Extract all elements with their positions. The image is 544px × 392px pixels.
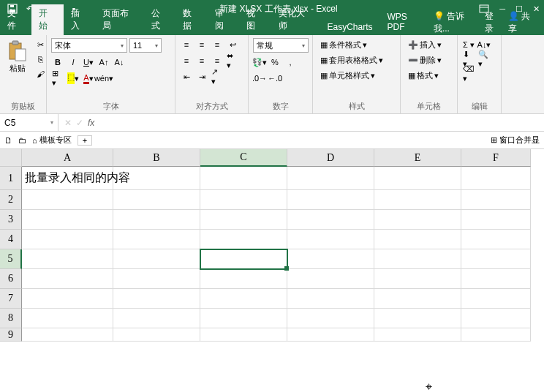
cell[interactable] bbox=[200, 328, 287, 342]
cell[interactable] bbox=[287, 230, 374, 249]
window-merge-button[interactable]: ⊞ 窗口合并显 bbox=[491, 135, 540, 146]
cell[interactable] bbox=[461, 210, 531, 230]
font-color-button[interactable]: A▾ bbox=[82, 72, 95, 85]
tab-file[interactable]: 文件 bbox=[0, 4, 31, 35]
row-header[interactable]: 8 bbox=[0, 309, 22, 328]
align-center-button[interactable]: ≡ bbox=[195, 54, 208, 67]
conditional-format-button[interactable]: ▦条件格式 ▾ bbox=[317, 38, 370, 52]
cell-style-button[interactable]: ▦单元格样式 ▾ bbox=[317, 69, 378, 83]
cell[interactable] bbox=[113, 190, 200, 210]
decrease-font-button[interactable]: A↓ bbox=[113, 56, 126, 69]
phonetic-button[interactable]: wén▾ bbox=[97, 72, 110, 85]
cell[interactable] bbox=[461, 167, 531, 190]
cell[interactable] bbox=[22, 210, 113, 230]
border-button[interactable]: ⊞ ▾ bbox=[51, 72, 64, 85]
tell-me[interactable]: 💡 告诉我... bbox=[434, 10, 480, 35]
name-box[interactable]: C5▾ bbox=[0, 114, 58, 131]
cell[interactable] bbox=[374, 309, 461, 328]
decrease-indent-button[interactable]: ⇤ bbox=[180, 70, 193, 83]
increase-decimal-button[interactable]: .0→ bbox=[253, 72, 266, 85]
merge-center-button[interactable]: ⬌ ▾ bbox=[226, 54, 239, 67]
row-header[interactable]: 5 bbox=[0, 249, 22, 269]
row-header[interactable]: 7 bbox=[0, 289, 22, 309]
cancel-formula-icon[interactable]: ✕ bbox=[64, 118, 72, 128]
cell[interactable] bbox=[287, 309, 374, 328]
cell[interactable] bbox=[22, 309, 113, 328]
login-link[interactable]: 登录 bbox=[485, 10, 502, 35]
formula-bar-input[interactable] bbox=[99, 118, 538, 128]
font-name-combo[interactable]: 宋体▾ bbox=[51, 38, 127, 53]
cell[interactable] bbox=[374, 190, 461, 210]
cell[interactable] bbox=[200, 167, 287, 190]
cell[interactable] bbox=[22, 328, 113, 342]
cell[interactable] bbox=[200, 309, 287, 328]
share-button[interactable]: 👤 共享 bbox=[508, 10, 538, 35]
increase-font-button[interactable]: A↑ bbox=[97, 56, 110, 69]
cell[interactable] bbox=[287, 210, 374, 230]
cell[interactable] bbox=[113, 328, 200, 342]
cell[interactable] bbox=[113, 269, 200, 289]
row-header[interactable]: 9 bbox=[0, 328, 22, 342]
cell[interactable] bbox=[287, 328, 374, 342]
align-left-button[interactable]: ≡ bbox=[180, 54, 193, 67]
tab-beauty[interactable]: 美化大师 bbox=[271, 4, 320, 35]
cell[interactable] bbox=[200, 190, 287, 210]
cell[interactable] bbox=[287, 249, 374, 269]
cell[interactable] bbox=[113, 249, 200, 269]
cell[interactable] bbox=[287, 167, 374, 190]
cell[interactable] bbox=[22, 269, 113, 289]
fx-icon[interactable]: fx bbox=[88, 118, 94, 128]
cell[interactable] bbox=[461, 328, 531, 342]
orientation-button[interactable]: ↗ ▾ bbox=[211, 70, 224, 83]
fill-color-button[interactable]: ⬚▾ bbox=[67, 72, 80, 85]
enter-formula-icon[interactable]: ✓ bbox=[76, 118, 83, 128]
delete-cells-button[interactable]: ➖删除 ▾ bbox=[405, 53, 445, 67]
tab-home[interactable]: 开始 bbox=[31, 4, 63, 35]
cell[interactable] bbox=[22, 230, 113, 249]
column-header[interactable]: B bbox=[113, 149, 200, 167]
row-header[interactable]: 6 bbox=[0, 269, 22, 289]
cell[interactable] bbox=[374, 328, 461, 342]
cell[interactable] bbox=[374, 210, 461, 230]
new-sheet-icon[interactable]: 🗋 bbox=[4, 136, 12, 145]
italic-button[interactable]: I bbox=[67, 56, 80, 69]
cell[interactable] bbox=[287, 269, 374, 289]
cell[interactable] bbox=[200, 249, 287, 269]
cell[interactable] bbox=[374, 230, 461, 249]
cell[interactable] bbox=[113, 230, 200, 249]
tab-review[interactable]: 审阅 bbox=[208, 4, 239, 35]
cell[interactable] bbox=[113, 309, 200, 328]
find-button[interactable]: 🔍▾ bbox=[477, 53, 491, 66]
cell[interactable] bbox=[461, 309, 531, 328]
cell[interactable] bbox=[287, 289, 374, 309]
align-middle-button[interactable]: ≡ bbox=[195, 38, 208, 51]
cell[interactable] bbox=[200, 269, 287, 289]
column-header[interactable]: E bbox=[374, 149, 461, 167]
wrap-text-button[interactable]: ↩ bbox=[226, 38, 239, 51]
format-cells-button[interactable]: ▦格式 ▾ bbox=[405, 69, 442, 83]
tab-formula[interactable]: 公式 bbox=[144, 4, 175, 35]
cell[interactable] bbox=[200, 289, 287, 309]
open-folder-icon[interactable]: 🗀 bbox=[18, 136, 26, 145]
cell[interactable] bbox=[461, 190, 531, 210]
cell[interactable] bbox=[374, 167, 461, 190]
cell[interactable] bbox=[200, 230, 287, 249]
cell[interactable] bbox=[461, 269, 531, 289]
cut-button[interactable]: ✂ bbox=[34, 38, 47, 51]
tab-view[interactable]: 视图 bbox=[239, 4, 271, 35]
cell[interactable] bbox=[22, 249, 113, 269]
increase-indent-button[interactable]: ⇥ bbox=[195, 70, 208, 83]
cell[interactable] bbox=[22, 289, 113, 309]
tab-easycharts[interactable]: EasyCharts bbox=[320, 19, 380, 35]
bold-button[interactable]: B bbox=[51, 56, 64, 69]
add-tab-button[interactable]: + bbox=[78, 135, 92, 146]
select-all-corner[interactable] bbox=[0, 149, 22, 167]
cell[interactable] bbox=[374, 289, 461, 309]
align-top-button[interactable]: ≡ bbox=[180, 38, 193, 51]
percent-button[interactable]: % bbox=[268, 56, 282, 69]
cell[interactable] bbox=[22, 190, 113, 210]
decrease-decimal-button[interactable]: ←.0 bbox=[268, 72, 282, 85]
insert-cells-button[interactable]: ➕插入 ▾ bbox=[405, 38, 445, 52]
column-header[interactable]: C bbox=[200, 149, 287, 167]
row-header[interactable]: 2 bbox=[0, 190, 22, 210]
